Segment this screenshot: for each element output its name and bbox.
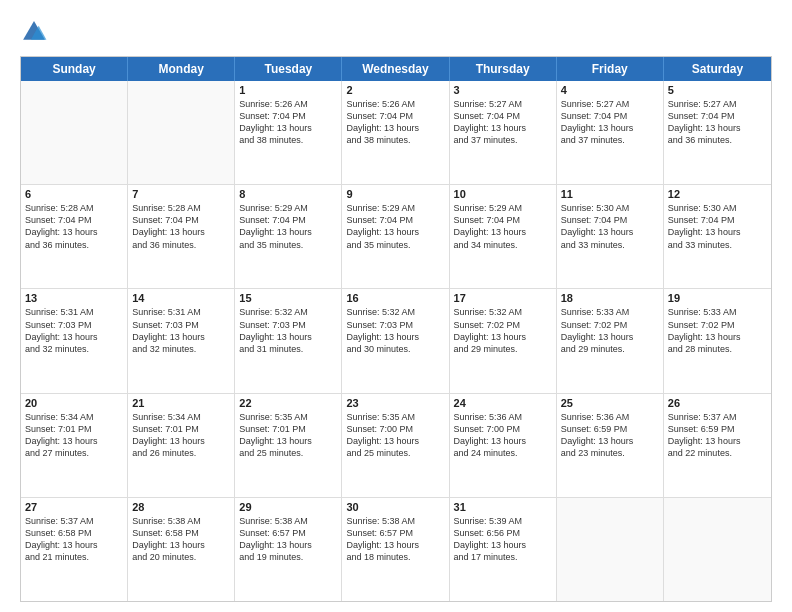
cell-info-line: Daylight: 13 hours	[239, 226, 337, 238]
day-number: 12	[668, 188, 767, 200]
cell-info-line: and 33 minutes.	[668, 239, 767, 251]
cell-info-line: Sunset: 7:04 PM	[668, 214, 767, 226]
cell-info-line: Daylight: 13 hours	[239, 435, 337, 447]
cell-info-line: Sunset: 7:03 PM	[132, 319, 230, 331]
cell-info-line: and 23 minutes.	[561, 447, 659, 459]
day-number: 28	[132, 501, 230, 513]
cell-info-line: Daylight: 13 hours	[454, 226, 552, 238]
cell-info-line: Sunset: 6:56 PM	[454, 527, 552, 539]
cell-info-line: and 26 minutes.	[132, 447, 230, 459]
cell-info-line: Sunrise: 5:31 AM	[132, 306, 230, 318]
cell-info-line: Sunrise: 5:33 AM	[561, 306, 659, 318]
day-cell-5: 5Sunrise: 5:27 AMSunset: 7:04 PMDaylight…	[664, 81, 771, 184]
cell-info-line: Sunset: 7:04 PM	[25, 214, 123, 226]
day-number: 19	[668, 292, 767, 304]
cell-info-line: Daylight: 13 hours	[25, 226, 123, 238]
cell-info-line: Daylight: 13 hours	[346, 539, 444, 551]
cell-info-line: Sunset: 7:04 PM	[668, 110, 767, 122]
header-day-monday: Monday	[128, 57, 235, 81]
cell-info-line: Sunrise: 5:32 AM	[239, 306, 337, 318]
cell-info-line: Daylight: 13 hours	[346, 435, 444, 447]
cell-info-line: and 37 minutes.	[561, 134, 659, 146]
day-cell-27: 27Sunrise: 5:37 AMSunset: 6:58 PMDayligh…	[21, 498, 128, 601]
header-day-tuesday: Tuesday	[235, 57, 342, 81]
cell-info-line: Sunset: 7:04 PM	[454, 110, 552, 122]
cell-info-line: Sunset: 6:57 PM	[239, 527, 337, 539]
cell-info-line: Daylight: 13 hours	[454, 435, 552, 447]
calendar: SundayMondayTuesdayWednesdayThursdayFrid…	[20, 56, 772, 602]
cell-info-line: Sunset: 7:01 PM	[239, 423, 337, 435]
cell-info-line: and 31 minutes.	[239, 343, 337, 355]
day-cell-26: 26Sunrise: 5:37 AMSunset: 6:59 PMDayligh…	[664, 394, 771, 497]
cell-info-line: Sunrise: 5:36 AM	[454, 411, 552, 423]
cell-info-line: Daylight: 13 hours	[454, 122, 552, 134]
day-cell-18: 18Sunrise: 5:33 AMSunset: 7:02 PMDayligh…	[557, 289, 664, 392]
day-number: 27	[25, 501, 123, 513]
day-number: 13	[25, 292, 123, 304]
cell-info-line: Sunrise: 5:33 AM	[668, 306, 767, 318]
cell-info-line: and 25 minutes.	[346, 447, 444, 459]
empty-cell	[128, 81, 235, 184]
cell-info-line: Daylight: 13 hours	[561, 226, 659, 238]
cell-info-line: and 17 minutes.	[454, 551, 552, 563]
header-day-friday: Friday	[557, 57, 664, 81]
week-row-1: 1Sunrise: 5:26 AMSunset: 7:04 PMDaylight…	[21, 81, 771, 184]
cell-info-line: Sunrise: 5:35 AM	[346, 411, 444, 423]
cell-info-line: Daylight: 13 hours	[561, 122, 659, 134]
day-number: 24	[454, 397, 552, 409]
cell-info-line: Sunset: 7:01 PM	[132, 423, 230, 435]
cell-info-line: and 36 minutes.	[25, 239, 123, 251]
logo	[20, 18, 52, 46]
cell-info-line: Daylight: 13 hours	[346, 331, 444, 343]
cell-info-line: Sunset: 7:04 PM	[346, 214, 444, 226]
cell-info-line: and 34 minutes.	[454, 239, 552, 251]
calendar-body: 1Sunrise: 5:26 AMSunset: 7:04 PMDaylight…	[21, 81, 771, 601]
cell-info-line: Sunset: 7:00 PM	[454, 423, 552, 435]
day-cell-29: 29Sunrise: 5:38 AMSunset: 6:57 PMDayligh…	[235, 498, 342, 601]
cell-info-line: Sunset: 7:04 PM	[346, 110, 444, 122]
cell-info-line: and 35 minutes.	[239, 239, 337, 251]
day-number: 6	[25, 188, 123, 200]
day-cell-16: 16Sunrise: 5:32 AMSunset: 7:03 PMDayligh…	[342, 289, 449, 392]
day-cell-10: 10Sunrise: 5:29 AMSunset: 7:04 PMDayligh…	[450, 185, 557, 288]
cell-info-line: Daylight: 13 hours	[132, 435, 230, 447]
day-cell-25: 25Sunrise: 5:36 AMSunset: 6:59 PMDayligh…	[557, 394, 664, 497]
header-day-thursday: Thursday	[450, 57, 557, 81]
day-number: 7	[132, 188, 230, 200]
cell-info-line: Sunrise: 5:29 AM	[454, 202, 552, 214]
day-cell-3: 3Sunrise: 5:27 AMSunset: 7:04 PMDaylight…	[450, 81, 557, 184]
cell-info-line: Daylight: 13 hours	[561, 331, 659, 343]
day-number: 30	[346, 501, 444, 513]
day-cell-4: 4Sunrise: 5:27 AMSunset: 7:04 PMDaylight…	[557, 81, 664, 184]
cell-info-line: Sunset: 6:57 PM	[346, 527, 444, 539]
page: SundayMondayTuesdayWednesdayThursdayFrid…	[0, 0, 792, 612]
day-number: 15	[239, 292, 337, 304]
day-number: 10	[454, 188, 552, 200]
cell-info-line: Daylight: 13 hours	[132, 539, 230, 551]
day-number: 22	[239, 397, 337, 409]
cell-info-line: Daylight: 13 hours	[346, 122, 444, 134]
day-number: 5	[668, 84, 767, 96]
cell-info-line: Sunrise: 5:28 AM	[25, 202, 123, 214]
day-cell-14: 14Sunrise: 5:31 AMSunset: 7:03 PMDayligh…	[128, 289, 235, 392]
header-day-sunday: Sunday	[21, 57, 128, 81]
day-cell-15: 15Sunrise: 5:32 AMSunset: 7:03 PMDayligh…	[235, 289, 342, 392]
cell-info-line: Sunset: 7:02 PM	[454, 319, 552, 331]
empty-cell	[664, 498, 771, 601]
cell-info-line: Sunrise: 5:26 AM	[239, 98, 337, 110]
cell-info-line: Daylight: 13 hours	[132, 331, 230, 343]
cell-info-line: Sunrise: 5:27 AM	[454, 98, 552, 110]
cell-info-line: Sunrise: 5:32 AM	[346, 306, 444, 318]
day-cell-23: 23Sunrise: 5:35 AMSunset: 7:00 PMDayligh…	[342, 394, 449, 497]
cell-info-line: Daylight: 13 hours	[668, 331, 767, 343]
day-cell-24: 24Sunrise: 5:36 AMSunset: 7:00 PMDayligh…	[450, 394, 557, 497]
cell-info-line: and 24 minutes.	[454, 447, 552, 459]
cell-info-line: Daylight: 13 hours	[25, 331, 123, 343]
cell-info-line: and 27 minutes.	[25, 447, 123, 459]
cell-info-line: Daylight: 13 hours	[561, 435, 659, 447]
week-row-4: 20Sunrise: 5:34 AMSunset: 7:01 PMDayligh…	[21, 393, 771, 497]
cell-info-line: Sunset: 7:03 PM	[25, 319, 123, 331]
day-number: 25	[561, 397, 659, 409]
cell-info-line: Sunset: 7:03 PM	[346, 319, 444, 331]
day-number: 4	[561, 84, 659, 96]
